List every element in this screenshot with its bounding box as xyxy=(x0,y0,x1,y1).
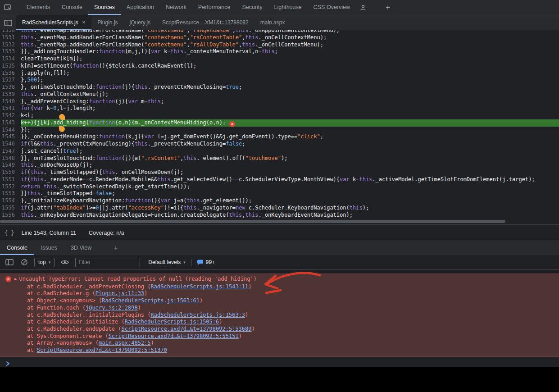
code-line-1539[interactable]: 1539this._onCellContextMenu(j); xyxy=(0,91,559,98)
source-link[interactable]: ScriptResource.axd?d…&t=13798092:5:55151 xyxy=(109,333,239,339)
panel-tab-css-overview[interactable]: CSS Overview xyxy=(308,0,356,15)
line-number-1548[interactable]: 1548 xyxy=(0,155,21,162)
code-line-1554[interactable]: 1554},_initializeKeyboardNavigation:func… xyxy=(0,197,559,205)
line-number-1538[interactable]: 1538 xyxy=(0,84,21,91)
code-line-1541[interactable]: 1541for(var k=0,l=j.length; xyxy=(0,105,559,112)
panel-tab-elements[interactable]: Elements xyxy=(21,0,56,15)
line-number-1551[interactable]: 1551 xyxy=(0,176,21,183)
code-line-1553[interactable]: 1553}}this._timeSlotTapped=false; xyxy=(0,190,559,197)
file-tab-scriptresource-xm1-t-13798092[interactable]: ScriptResource....XM1&t=13798092 xyxy=(156,15,255,30)
panel-tab-console[interactable]: Console xyxy=(56,0,88,15)
code-line-1548[interactable]: 1548}},_onTimeSlotTouchEnd:function(j){a… xyxy=(0,155,559,162)
source-link[interactable]: jQuery.js:2:2898 xyxy=(86,305,138,311)
context-selector[interactable]: top ▾ xyxy=(34,258,55,267)
drawer-tab-console[interactable]: Console xyxy=(0,241,34,255)
line-number-1555[interactable]: 1555 xyxy=(0,205,21,212)
console-input[interactable] xyxy=(14,360,559,367)
more-tabs-icon[interactable]: + xyxy=(381,0,395,15)
source-link[interactable]: Plugin.js:11:33 xyxy=(95,290,144,296)
source-link[interactable]: main.aspx:4852:5 xyxy=(99,340,151,346)
line-number-1556[interactable]: 1556 xyxy=(0,212,21,219)
line-number-1546[interactable]: 1546 xyxy=(0,141,21,148)
code-line-1537[interactable]: 1537},500); xyxy=(0,77,559,84)
drawer-tab-3d-view[interactable]: 3D View xyxy=(64,241,98,255)
line-number-1547[interactable]: 1547 xyxy=(0,148,21,155)
line-number-1543[interactable]: 1543 xyxy=(0,119,21,127)
console-sidebar-icon[interactable] xyxy=(5,259,14,265)
close-icon[interactable]: ✕ xyxy=(82,20,86,25)
code-line-1549[interactable]: 1549this._onDocMouseUp(j); xyxy=(0,162,559,169)
console-prompt[interactable] xyxy=(0,357,559,367)
line-number-1541[interactable]: 1541 xyxy=(0,105,21,112)
line-number-1539[interactable]: 1539 xyxy=(0,91,21,98)
line-number-1554[interactable]: 1554 xyxy=(0,197,21,205)
line-number-1545[interactable]: 1545 xyxy=(0,133,21,141)
panel-tab-security[interactable]: Security xyxy=(236,0,268,15)
pretty-print-icon[interactable]: { } xyxy=(5,230,14,236)
live-expression-icon[interactable] xyxy=(60,260,70,265)
file-tab-jquery-js[interactable]: jQuery.js xyxy=(123,15,156,30)
source-link[interactable]: RadSchedulerScripts.js:1505:6 xyxy=(125,319,219,325)
inspect-element-icon[interactable] xyxy=(0,0,16,15)
clear-console-icon[interactable] xyxy=(20,259,29,266)
line-number-1532[interactable]: 1532 xyxy=(0,41,21,49)
code-line-1542[interactable]: 1542k<l; xyxy=(0,112,559,119)
code-line-1536[interactable]: 1536j.apply(n,[l]); xyxy=(0,70,559,77)
line-number-1531[interactable]: 1531 xyxy=(0,34,21,41)
line-number-1550[interactable]: 1550 xyxy=(0,169,21,176)
line-number-1542[interactable]: 1542 xyxy=(0,112,21,119)
line-number-1544[interactable]: 1544 xyxy=(0,127,21,134)
line-number-1553[interactable]: 1553 xyxy=(0,190,21,197)
selection-handle-bottom[interactable] xyxy=(59,126,65,132)
code-line-1551[interactable]: 1551if(this._renderMode==c.RenderMode.Mo… xyxy=(0,176,559,183)
drawer-tab-issues[interactable]: Issues xyxy=(34,241,64,255)
scrollbar-thumb[interactable] xyxy=(0,220,505,223)
expand-triangle-icon[interactable]: ▶ xyxy=(14,276,17,283)
line-number-1540[interactable]: 1540 xyxy=(0,98,21,105)
user-panel-icon[interactable] xyxy=(356,0,370,15)
line-number-1552[interactable]: 1552 xyxy=(0,183,21,191)
code-line-1540[interactable]: 1540},_addPreventClosing:function(j){var… xyxy=(0,98,559,105)
source-link[interactable]: ScriptResource.axd?d…&t=13798092:5:51370 xyxy=(37,347,167,353)
line-number-1549[interactable]: 1549 xyxy=(0,162,21,169)
source-link[interactable]: RadSchedulerScripts.js:1563:3 xyxy=(151,312,245,318)
code-line-1545[interactable]: 1545}},_onContextMenuHiding:function(k,j… xyxy=(0,133,559,141)
source-link[interactable]: ScriptResource.axd?d…&t=13798092:5:53689 xyxy=(122,326,252,332)
code-line-1552[interactable]: 1552return this._switchToSelectedDay(k.g… xyxy=(0,183,559,191)
horizontal-scrollbar[interactable] xyxy=(0,219,559,224)
panel-tab-network[interactable]: Network xyxy=(160,0,192,15)
panel-tab-performance[interactable]: Performance xyxy=(192,0,236,15)
line-error-icon[interactable]: ✕ xyxy=(229,121,235,127)
file-tab-radschedulerscripts-js[interactable]: RadSchedulerScripts.js✕ xyxy=(16,15,91,30)
panel-tab-lighthouse[interactable]: Lighthouse xyxy=(268,0,308,15)
line-number-1536[interactable]: 1536 xyxy=(0,70,21,77)
code-line-1532[interactable]: 1532this._eventMap.addHandlerForClassNam… xyxy=(0,41,559,49)
log-levels-dropdown[interactable]: Default levels ▾ xyxy=(148,259,186,265)
selection-handle-top[interactable] xyxy=(59,114,65,120)
panel-tab-application[interactable]: Application xyxy=(121,0,160,15)
console-filter-input[interactable] xyxy=(75,258,140,267)
code-line-1546[interactable]: 1546if(l&&this._preventCtxMenuClosing){t… xyxy=(0,141,559,148)
code-line-1556[interactable]: 1556this._onKeyboardEventNavigationDeleg… xyxy=(0,212,559,219)
source-link[interactable]: RadSchedulerScripts.js:1543:11 xyxy=(151,283,249,290)
code-line-1533[interactable]: 1533}},_addLongTouchHandler:function(m,j… xyxy=(0,48,559,55)
code-line-1550[interactable]: 1550if(this._timeSlotTapped){this._onCel… xyxy=(0,169,559,176)
code-line-1538[interactable]: 1538},_onTimeSlotTouchHold:function(j){t… xyxy=(0,84,559,91)
code-line-1547[interactable]: 1547j.set_cancel(true); xyxy=(0,148,559,155)
code-line-1543[interactable]: 1543k++){j[k].add_hiding(function(o,n){m… xyxy=(0,119,559,127)
code-line-1531[interactable]: 1531this._eventMap.addHandlerForClassNam… xyxy=(0,34,559,41)
line-number-1533[interactable]: 1533 xyxy=(0,48,21,55)
line-number-1534[interactable]: 1534 xyxy=(0,55,21,63)
source-link[interactable]: RadSchedulerScripts.js:1563:61 xyxy=(102,297,200,304)
panel-tab-sources[interactable]: Sources xyxy=(88,0,121,15)
code-line-1544[interactable]: 1544}); xyxy=(0,127,559,134)
file-tab-plugin-js[interactable]: Plugin.js xyxy=(91,15,123,30)
line-number-1537[interactable]: 1537 xyxy=(0,77,21,84)
drawer-more-tabs-icon[interactable]: + xyxy=(109,241,123,255)
code-line-1530[interactable]: 1530this._eventMap.addHandlerForClassNam… xyxy=(0,30,559,34)
line-number-1535[interactable]: 1535 xyxy=(0,63,21,70)
toggle-navigator-icon[interactable] xyxy=(0,15,16,30)
code-line-1534[interactable]: 1534clearTimeout(k[m]); xyxy=(0,55,559,63)
code-line-1555[interactable]: 1555if(j.attr("tabIndex")>=0||j.attr("ac… xyxy=(0,205,559,212)
issues-counter[interactable]: 99+ xyxy=(197,259,215,265)
